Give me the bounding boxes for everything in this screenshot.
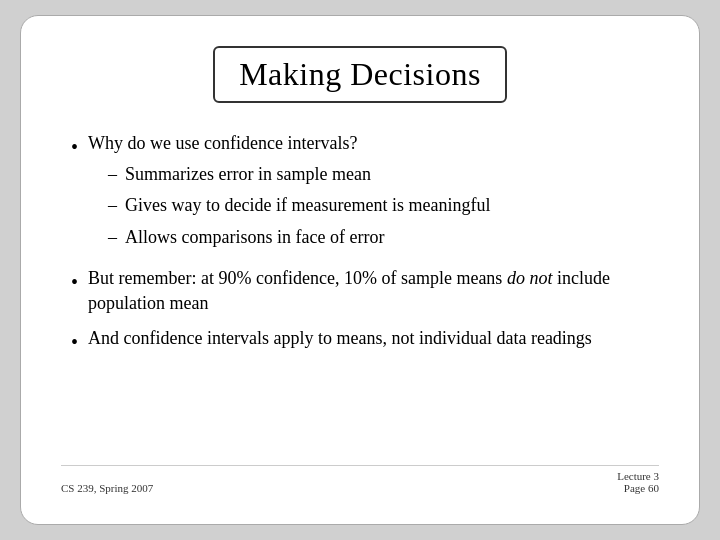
bullet-1-text: Why do we use confidence intervals? – Su…: [88, 131, 659, 256]
slide: Making Decisions • Why do we use confide…: [20, 15, 700, 525]
footer-right: Lecture 3 Page 60: [617, 470, 659, 494]
sub-dash-1-3: –: [108, 225, 117, 250]
sub-dash-1-1: –: [108, 162, 117, 187]
footer-lecture: Lecture 3: [617, 470, 659, 482]
bullet-2-dot: •: [71, 268, 78, 296]
footer-left: CS 239, Spring 2007: [61, 482, 153, 494]
slide-content: • Why do we use confidence intervals? – …: [61, 131, 659, 459]
sub-bullets-1: – Summarizes error in sample mean – Give…: [88, 162, 659, 250]
bullet-2: • But remember: at 90% confidence, 10% o…: [71, 266, 659, 316]
bullet-1-dot: •: [71, 133, 78, 161]
sub-bullet-1-1: – Summarizes error in sample mean: [108, 162, 659, 187]
bullet-3: • And confidence intervals apply to mean…: [71, 326, 659, 356]
sub-dash-1-2: –: [108, 193, 117, 218]
bullet-2-text: But remember: at 90% confidence, 10% of …: [88, 266, 659, 316]
sub-bullet-1-2: – Gives way to decide if measurement is …: [108, 193, 659, 218]
bullet-2-part1: But remember: at 90% confidence, 10% of …: [88, 268, 507, 288]
bullet-1: • Why do we use confidence intervals? – …: [71, 131, 659, 256]
sub-bullet-1-3: – Allows comparisons in face of error: [108, 225, 659, 250]
bullet-3-dot: •: [71, 328, 78, 356]
footer-page: Page 60: [617, 482, 659, 494]
bullet-3-text: And confidence intervals apply to means,…: [88, 326, 659, 351]
slide-title: Making Decisions: [239, 56, 481, 92]
footer-course: CS 239, Spring 2007: [61, 482, 153, 494]
bullet-1-label: Why do we use confidence intervals?: [88, 133, 357, 153]
title-box: Making Decisions: [213, 46, 507, 103]
slide-footer: CS 239, Spring 2007 Lecture 3 Page 60: [61, 465, 659, 494]
sub-text-1-3: Allows comparisons in face of error: [125, 225, 659, 250]
bullet-2-italic: do not: [507, 268, 553, 288]
sub-text-1-1: Summarizes error in sample mean: [125, 162, 659, 187]
sub-text-1-2: Gives way to decide if measurement is me…: [125, 193, 659, 218]
